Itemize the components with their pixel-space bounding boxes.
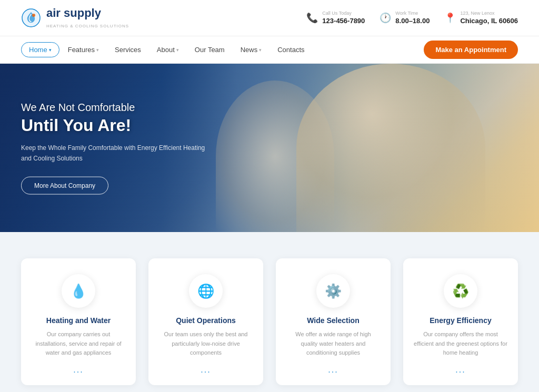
phone-icon: 📞 [306, 12, 318, 24]
heating-icon: 💧 [70, 283, 87, 299]
nav-item-features[interactable]: Features ▾ [61, 43, 106, 57]
nav-item-services[interactable]: Services [107, 43, 148, 57]
hours-value: 8.00–18.00 [395, 17, 430, 25]
phone-label: Call Us Today [322, 11, 365, 16]
feature-icon-wrap-heating: 💧 [62, 274, 95, 308]
feature-desc-heating: Our company carries out installations, s… [32, 330, 125, 358]
location-icon: 📍 [444, 12, 456, 24]
hours-label: Work Time [395, 11, 430, 16]
nav-team-label: Our Team [195, 46, 225, 54]
feature-icon-wrap-selection: ⚙️ [316, 274, 350, 308]
feature-desc-quiet: Our team uses only the best and particul… [159, 330, 253, 358]
nav-contacts-label: Contacts [277, 46, 304, 54]
nav-about-arrow: ▾ [176, 47, 179, 53]
nav-news-arrow: ▾ [259, 47, 262, 53]
nav-home-label: Home [29, 46, 47, 54]
nav-about-label: About [157, 46, 175, 54]
nav-news-label: News [241, 46, 258, 54]
feature-dots-quiet[interactable]: ... [159, 365, 253, 375]
feature-card-selection: ⚙️ Wide Selection We offer a wide range … [276, 258, 391, 385]
nav-item-team[interactable]: Our Team [187, 43, 232, 57]
logo-text-wrap: air supply Heating & Cooling Solutions [46, 6, 129, 29]
logo[interactable]: air supply Heating & Cooling Solutions [21, 6, 129, 29]
feature-title-energy: Energy Efficiency [414, 316, 507, 325]
hero-person-shape2 [296, 64, 485, 232]
address-line1: 123, New Lenox [460, 11, 518, 16]
nav-home-arrow: ▾ [49, 47, 52, 53]
feature-card-quiet: 🌐 Quiet Operations Our team uses only th… [148, 258, 263, 385]
feature-card-heating: 💧 Heating and Water Our company carries … [21, 258, 136, 385]
feature-icon-wrap-quiet: 🌐 [189, 274, 223, 308]
address-line2: Chicago, IL 60606 [460, 17, 518, 25]
logo-brand: air supply [46, 6, 129, 20]
appointment-button[interactable]: Make an Appointment [424, 41, 518, 59]
quiet-icon: 🌐 [197, 283, 214, 299]
features-section: 💧 Heating and Water Our company carries … [0, 232, 539, 392]
svg-point-1 [32, 14, 35, 17]
nav-item-news[interactable]: News ▾ [233, 43, 270, 57]
feature-title-heating: Heating and Water [32, 316, 125, 325]
nav-item-home[interactable]: Home ▾ [21, 42, 59, 57]
main-nav: Home ▾ Features ▾ Services About ▾ Our T… [0, 36, 539, 64]
feature-desc-selection: We offer a wide range of high quality wa… [286, 330, 380, 358]
logo-tagline: Heating & Cooling Solutions [46, 24, 129, 28]
nav-features-label: Features [68, 46, 95, 54]
feature-dots-heating[interactable]: ... [32, 365, 125, 375]
feature-dots-selection[interactable]: ... [286, 365, 380, 375]
feature-card-energy: ♻️ Energy Efficiency Our company offers … [403, 258, 518, 385]
header-contacts: 📞 Call Us Today 123-456-7890 🕐 Work Time… [306, 11, 518, 25]
hero-description: Keep the Whole Family Comfortable with E… [21, 143, 211, 164]
hero-cta-button[interactable]: More About Company [21, 176, 108, 194]
hero-title: Until You Are! [21, 116, 211, 135]
feature-desc-energy: Our company offers the most efficient an… [414, 330, 507, 358]
features-grid: 💧 Heating and Water Our company carries … [21, 258, 518, 385]
nav-services-label: Services [115, 46, 141, 54]
hero-content: We Are Not Comfortable Until You Are! Ke… [21, 102, 211, 195]
hero-subtitle: We Are Not Comfortable [21, 102, 211, 114]
contact-hours: 🕐 Work Time 8.00–18.00 [380, 11, 430, 25]
logo-icon [21, 8, 41, 28]
feature-title-selection: Wide Selection [286, 316, 380, 325]
contact-phone: 📞 Call Us Today 123-456-7890 [306, 11, 365, 25]
nav-features-arrow: ▾ [96, 47, 99, 53]
nav-item-about[interactable]: About ▾ [149, 43, 186, 57]
contact-address: 📍 123, New Lenox Chicago, IL 60606 [444, 11, 518, 25]
feature-dots-energy[interactable]: ... [414, 365, 507, 375]
phone-value: 123-456-7890 [322, 17, 365, 25]
feature-title-quiet: Quiet Operations [159, 316, 253, 325]
clock-icon: 🕐 [380, 12, 391, 24]
feature-icon-wrap-energy: ♻️ [444, 274, 477, 308]
hero-section: We Are Not Comfortable Until You Are! Ke… [0, 64, 539, 232]
site-header: air supply Heating & Cooling Solutions 📞… [0, 0, 539, 36]
selection-icon: ⚙️ [325, 283, 342, 299]
nav-item-contacts[interactable]: Contacts [270, 43, 312, 57]
energy-icon: ♻️ [452, 283, 469, 299]
